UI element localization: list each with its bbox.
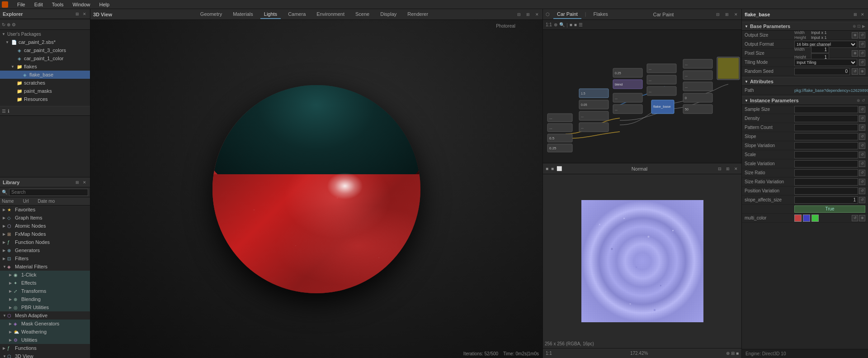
sample-size-icon[interactable]: ↺ xyxy=(859,106,865,113)
tab-display[interactable]: Display xyxy=(377,10,400,19)
tab-camera[interactable]: Camera xyxy=(284,10,309,19)
position-variation-input[interactable] xyxy=(794,187,858,195)
props-icon-close[interactable]: ✕ xyxy=(860,12,865,17)
library-icon-close[interactable]: ✕ xyxy=(82,180,87,185)
multi-color-reset-btn[interactable]: ↺ xyxy=(852,215,858,221)
color-swatch-3[interactable] xyxy=(811,215,819,222)
pattern-count-input[interactable] xyxy=(794,124,858,131)
view3d-close[interactable]: ✕ xyxy=(534,12,540,17)
library-icon-expand[interactable]: ⊞ xyxy=(75,180,80,185)
lib-item-graph-items[interactable]: ▶ ◇ Graph Items xyxy=(0,214,90,222)
lib-item-generators[interactable]: ▶ ⊕ Generators xyxy=(0,246,90,254)
view3d-expand[interactable]: ⊞ xyxy=(525,12,531,17)
explorer-bottom-icon-2[interactable]: ℹ xyxy=(8,109,9,114)
random-seed-input[interactable] xyxy=(794,68,850,75)
scale-input[interactable] xyxy=(794,151,858,158)
random-seed-shuffle-btn[interactable]: ↺ xyxy=(852,68,858,75)
node-icon-1[interactable]: ■ xyxy=(570,22,572,27)
slope-variation-input[interactable] xyxy=(794,142,858,149)
flake-base-item[interactable]: ◈ flake_base xyxy=(0,71,90,79)
lib-item-material-filters[interactable]: ▼ ◈ Material Filters xyxy=(0,263,90,271)
tab-environment[interactable]: Environment xyxy=(313,10,348,19)
pixel-size-link-btn[interactable]: ⊕ xyxy=(852,50,858,57)
carpaint-expand[interactable]: ⊞ xyxy=(724,12,730,17)
preview-toolbar-2[interactable]: ■ xyxy=(551,166,554,171)
paint-masks-item[interactable]: 📁 paint_masks xyxy=(0,87,90,95)
scale-variation-icon[interactable]: ↺ xyxy=(859,161,865,167)
lib-item-effects[interactable]: ▶ ✦ Effects xyxy=(0,279,90,287)
pattern-count-icon[interactable]: ↺ xyxy=(859,124,865,131)
tab-scene[interactable]: Scene xyxy=(352,10,373,19)
lib-item-mask-generators[interactable]: ▶ ◈ Mask Generators xyxy=(0,320,90,328)
menu-file[interactable]: File xyxy=(15,2,27,7)
node-icon-3[interactable]: ☰ xyxy=(579,22,583,27)
slope-variation-icon[interactable]: ↺ xyxy=(859,143,865,149)
size-ratio-variation-icon[interactable]: ↺ xyxy=(859,179,865,185)
scale-icon[interactable]: ↺ xyxy=(859,152,865,158)
tab-carpaint[interactable]: Car Paint xyxy=(553,10,581,19)
node-search[interactable]: 🔍 xyxy=(559,22,565,27)
lib-item-filters[interactable]: ▶ ⊡ Filters xyxy=(0,254,90,263)
pixel-size-reset-btn[interactable]: ↺ xyxy=(859,50,865,57)
view3d-canvas[interactable]: Photoreal Iterations: 52/500 Time: 0m2s|… xyxy=(90,20,542,358)
slope-affects-size-icon[interactable]: ↺ xyxy=(859,197,865,203)
menu-edit[interactable]: Edit xyxy=(33,2,45,7)
lib-item-atomic-nodes[interactable]: ▶ ⬡ Atomic Nodes xyxy=(0,222,90,230)
view3d-minimize[interactable]: ⊟ xyxy=(516,12,522,17)
sample-size-input[interactable] xyxy=(794,106,858,113)
preview-canvas[interactable]: 256 x 256 (RGBA, 16pc) xyxy=(543,174,741,348)
multi-color-edit-btn[interactable]: ⊕ xyxy=(859,215,865,221)
preview-toolbar-3[interactable]: ⬜ xyxy=(557,166,562,171)
explorer-toolbar-btn-3[interactable]: ⚙ xyxy=(12,22,16,27)
lib-item-function-nodes[interactable]: ▶ ƒ Function Nodes xyxy=(0,238,90,246)
tab-renderer[interactable]: Renderer xyxy=(404,10,432,19)
lib-item-weathering[interactable]: ▶ ⛅ Weathering xyxy=(0,328,90,336)
color-swatch-2[interactable] xyxy=(803,215,810,222)
explorer-icon-2[interactable]: ✕ xyxy=(82,11,87,17)
tiling-mode-select[interactable]: Input Tiling xyxy=(794,59,857,66)
tab-flakes[interactable]: Flakes xyxy=(590,10,611,19)
position-variation-icon[interactable]: ↺ xyxy=(859,188,865,194)
pixel-width-input[interactable] xyxy=(811,46,829,53)
lib-item-favorites[interactable]: ▶ ★ Favorites xyxy=(0,205,90,214)
density-icon[interactable]: ↺ xyxy=(859,115,865,122)
density-input[interactable] xyxy=(794,115,858,122)
scratches-item[interactable]: 📁 scratches xyxy=(0,79,90,87)
size-ratio-icon[interactable]: ↺ xyxy=(859,170,865,176)
explorer-toolbar-btn-2[interactable]: ⊕ xyxy=(7,22,10,27)
random-seed-reset-btn[interactable]: ⊕ xyxy=(859,68,865,75)
color-swatch-1[interactable] xyxy=(794,215,802,222)
node-graph-canvas[interactable]: ... ... 0.5 0.25 1.5 0.05 ... xyxy=(543,30,741,163)
lib-item-mesh-adaptive[interactable]: ▼ ⬡ Mesh Adaptive xyxy=(0,311,90,320)
tab-geometry[interactable]: Geometry xyxy=(197,10,226,19)
lib-item-utilities[interactable]: ▶ ⚙ Utilities xyxy=(0,336,90,344)
slope-icon[interactable]: ↺ xyxy=(859,134,865,140)
lib-item-transforms[interactable]: ▶ ⤢ Transforms xyxy=(0,287,90,295)
output-size-reset-btn[interactable]: ↺ xyxy=(859,32,865,38)
menu-window[interactable]: Window xyxy=(71,2,92,7)
menu-help[interactable]: Help xyxy=(98,2,112,7)
node-zoom-fit[interactable]: 1:1 xyxy=(546,22,552,27)
preview-close[interactable]: ✕ xyxy=(733,166,739,172)
tiling-mode-reset-btn[interactable]: ↺ xyxy=(859,59,865,66)
output-size-link-btn[interactable]: ⊕ xyxy=(852,32,858,38)
lib-item-blending[interactable]: ▶ ⊕ Blending xyxy=(0,295,90,303)
node-icon-2[interactable]: ■ xyxy=(574,22,577,27)
users-packages-item[interactable]: ▼ User's Packages xyxy=(0,30,90,38)
lib-item-pbr-utilities[interactable]: ▶ ◎ PBR Utilities xyxy=(0,303,90,311)
slope-input[interactable] xyxy=(794,133,858,140)
car-paint-sbs-item[interactable]: ▼ 📄 car_paint_2.sbs* xyxy=(0,38,90,46)
carpaint-minimize[interactable]: ⊟ xyxy=(715,12,721,17)
explorer-toolbar-btn-1[interactable]: ↻ xyxy=(2,22,5,27)
preview-toolbar-1[interactable]: ■ xyxy=(546,166,548,171)
size-ratio-input[interactable] xyxy=(794,169,858,177)
car-paint-1-color-item[interactable]: ◈ car_paint_1_color xyxy=(0,54,90,62)
library-search-input[interactable] xyxy=(9,189,88,196)
scale-variation-input[interactable] xyxy=(794,160,858,167)
props-icon-expand[interactable]: ⊞ xyxy=(853,12,858,17)
resources-item[interactable]: 📁 Resources xyxy=(0,95,90,103)
lib-item-fxmap-nodes[interactable]: ▶ ⊞ FxMap Nodes xyxy=(0,230,90,238)
preview-expand[interactable]: ⊞ xyxy=(725,166,731,172)
props-section-instance-header[interactable]: ▼ Instance Parameters ⊕ ↺ xyxy=(742,96,868,105)
props-section-attributes-header[interactable]: ▼ Attributes xyxy=(742,77,868,86)
